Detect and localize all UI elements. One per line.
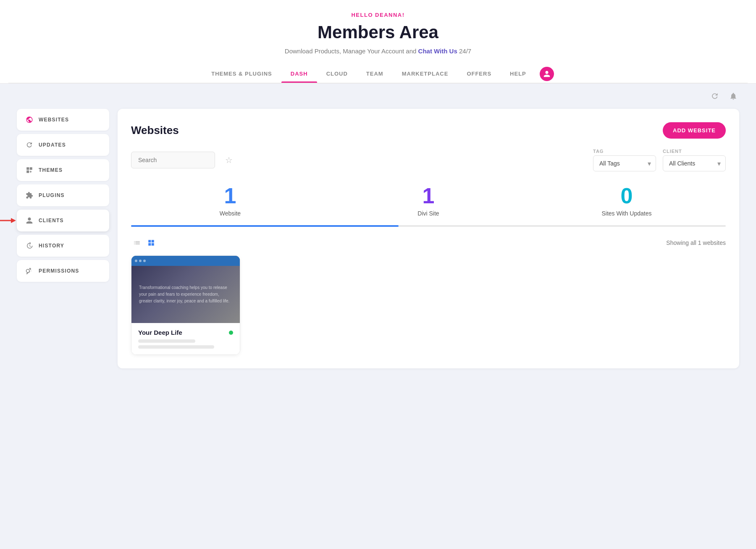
page-header: HELLO DEANNA! Members Area Download Prod… <box>0 0 756 84</box>
card-title-row: Your Deep Life <box>138 329 233 336</box>
view-controls: Showing all 1 websites <box>131 237 726 249</box>
stat-divi-number: 1 <box>329 185 528 207</box>
refresh-icon <box>25 141 34 149</box>
showing-count: Showing all 1 websites <box>666 239 726 246</box>
stat-website-number: 1 <box>131 185 329 207</box>
nav-themes-plugins[interactable]: THEMES & PLUGINS <box>202 65 281 83</box>
website-card[interactable]: Transformational coaching helps you to r… <box>131 255 240 355</box>
card-screenshot: Transformational coaching helps you to r… <box>131 256 240 323</box>
view-toggle <box>131 237 157 249</box>
nav-dash[interactable]: DASH <box>281 65 317 83</box>
card-url-line-2 <box>138 345 214 349</box>
client-select[interactable]: All Clients <box>663 155 726 171</box>
tag-select-wrap: All Tags <box>593 155 656 171</box>
sidebar-item-themes[interactable]: THEMES <box>17 159 109 181</box>
status-online-dot <box>229 331 233 335</box>
notifications-icon[interactable] <box>727 90 739 102</box>
stat-divi: 1 Divi Site <box>329 185 528 217</box>
nav-offers[interactable]: OFFERS <box>457 65 501 83</box>
progress-bar-fill <box>131 225 399 227</box>
svg-marker-1 <box>11 218 16 223</box>
browser-bar <box>131 256 240 266</box>
history-icon <box>25 242 34 250</box>
nav-team[interactable]: TEAM <box>357 65 393 83</box>
progress-bar <box>131 225 726 227</box>
nav-underline <box>8 83 748 83</box>
sidebar-label-history: HISTORY <box>39 243 64 249</box>
stat-divi-label: Divi Site <box>329 210 528 217</box>
browser-dot-1 <box>135 260 137 262</box>
refresh-icon[interactable] <box>709 90 721 102</box>
sidebar-item-updates[interactable]: UPDATES <box>17 134 109 156</box>
sidebar-item-websites[interactable]: WEBSITES <box>17 109 109 131</box>
sidebar: WEBSITES UPDATES THEMES PLUGINS <box>17 109 109 368</box>
key-icon <box>25 267 34 275</box>
nav-cloud[interactable]: CLOUD <box>317 65 357 83</box>
search-input[interactable] <box>131 152 215 168</box>
user-avatar[interactable] <box>540 67 554 81</box>
stats-row: 1 Website 1 Divi Site 0 Sites With Updat… <box>131 185 726 217</box>
tag-filter-wrap: TAG All Tags <box>593 149 656 171</box>
nav-marketplace[interactable]: MARKETPLACE <box>393 65 458 83</box>
sidebar-item-history[interactable]: HISTORY <box>17 235 109 257</box>
subtitle: Download Products, Manage Your Account a… <box>8 47 748 55</box>
main-content: Websites ADD WEBSITE ☆ TAG All Tags CLIE… <box>118 109 739 368</box>
card-url-line-1 <box>138 339 195 343</box>
sidebar-label-themes: THEMES <box>39 167 63 173</box>
layout-icon <box>25 166 34 174</box>
user-icon <box>25 216 34 225</box>
filter-row: ☆ TAG All Tags CLIENT All Clients <box>131 149 726 171</box>
sidebar-label-websites: WEBSITES <box>39 117 69 123</box>
stat-updates-number: 0 <box>528 185 726 207</box>
tag-label: TAG <box>593 149 656 154</box>
content-title: Websites <box>131 124 179 137</box>
card-info: Your Deep Life <box>131 323 240 355</box>
sidebar-label-plugins: PLUGINS <box>39 192 65 198</box>
chat-link[interactable]: Chat With Us <box>418 47 457 55</box>
favorite-star-icon[interactable]: ☆ <box>225 155 233 165</box>
browser-dot-2 <box>139 260 142 262</box>
hello-greeting: HELLO DEANNA! <box>8 12 748 18</box>
subtitle-before: Download Products, Manage Your Account a… <box>285 47 417 55</box>
stat-updates: 0 Sites With Updates <box>528 185 726 217</box>
globe-icon <box>25 116 34 124</box>
websites-grid: Transformational coaching helps you to r… <box>131 255 726 355</box>
stat-website: 1 Website <box>131 185 329 217</box>
list-view-icon[interactable] <box>131 237 143 249</box>
main-layout: WEBSITES UPDATES THEMES PLUGINS <box>0 109 756 385</box>
toolbar-row <box>0 84 756 109</box>
sidebar-item-plugins[interactable]: PLUGINS <box>17 184 109 206</box>
sidebar-label-updates: UPDATES <box>39 142 66 148</box>
client-select-wrap: All Clients <box>663 155 726 171</box>
grid-view-icon[interactable] <box>145 237 157 249</box>
main-nav: THEMES & PLUGINS DASH CLOUD TEAM MARKETP… <box>8 65 748 83</box>
screenshot-preview-text: Transformational coaching helps you to r… <box>136 281 236 308</box>
sidebar-label-permissions: PERMISSIONS <box>39 268 79 274</box>
stat-updates-label: Sites With Updates <box>528 210 726 217</box>
sidebar-label-clients: CLIENTS <box>39 218 64 223</box>
card-screenshot-image: Transformational coaching helps you to r… <box>131 266 240 323</box>
stat-website-label: Website <box>131 210 329 217</box>
page-title: Members Area <box>8 22 748 42</box>
content-header: Websites ADD WEBSITE <box>131 122 726 139</box>
client-label: CLIENT <box>663 149 726 154</box>
client-filter-wrap: CLIENT All Clients <box>663 149 726 171</box>
add-website-button[interactable]: ADD WEBSITE <box>663 122 726 139</box>
subtitle-after: 24/7 <box>459 47 471 55</box>
browser-dot-3 <box>143 260 146 262</box>
card-title: Your Deep Life <box>138 329 182 336</box>
active-arrow <box>0 215 16 226</box>
filter-group: TAG All Tags CLIENT All Clients <box>593 149 726 171</box>
sidebar-item-clients[interactable]: CLIENTS <box>17 210 109 231</box>
puzzle-icon <box>25 191 34 200</box>
nav-help[interactable]: HELP <box>501 65 536 83</box>
tag-select[interactable]: All Tags <box>593 155 656 171</box>
sidebar-item-permissions[interactable]: PERMISSIONS <box>17 260 109 282</box>
